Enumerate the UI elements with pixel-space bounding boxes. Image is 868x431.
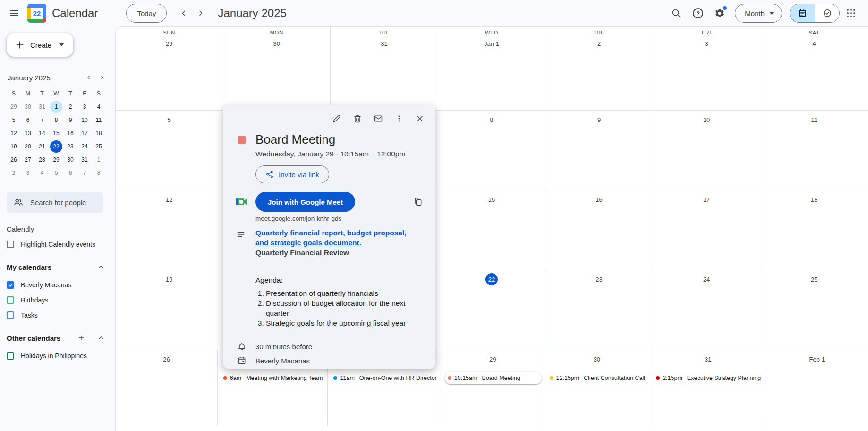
help-button[interactable]: ? bbox=[688, 3, 708, 24]
day-cell[interactable]: 18 bbox=[760, 190, 868, 270]
mini-calendar-day[interactable]: 24 bbox=[77, 140, 92, 153]
day-cell[interactable]: SAT4 bbox=[760, 27, 868, 110]
mini-calendar-day[interactable]: 30 bbox=[63, 153, 77, 166]
calendar-item-birthdays[interactable]: Birthdays bbox=[7, 296, 109, 304]
mini-calendar-day[interactable]: 6 bbox=[21, 113, 35, 127]
day-cell[interactable]: 12 bbox=[116, 190, 223, 270]
collapse-my-calendars-button[interactable] bbox=[94, 260, 108, 274]
calendar-item-holidays-philippines[interactable]: Holidays in Philippines bbox=[7, 352, 109, 360]
mini-calendar-day[interactable]: 4 bbox=[92, 100, 106, 113]
calendar-item-beverly-macanas[interactable]: Beverly Macanas bbox=[7, 281, 109, 289]
mini-calendar-day[interactable]: 16 bbox=[63, 127, 77, 140]
day-cell[interactable]: 15 bbox=[438, 190, 546, 270]
day-cell[interactable]: WEDJan 1 bbox=[438, 27, 546, 110]
delete-event-button[interactable] bbox=[349, 111, 366, 127]
mini-calendar-day[interactable]: 3 bbox=[77, 100, 92, 113]
mini-calendar-day[interactable]: 7 bbox=[77, 166, 92, 180]
mini-calendar-day[interactable]: 31 bbox=[35, 100, 49, 113]
previous-period-button[interactable] bbox=[175, 5, 192, 22]
mini-calendar-day[interactable]: 11 bbox=[92, 113, 106, 127]
join-google-meet-button[interactable]: Join with Google Meet bbox=[255, 192, 355, 212]
mini-calendar-day[interactable]: 12 bbox=[7, 127, 21, 140]
mini-calendar-day[interactable]: 25 bbox=[92, 140, 106, 153]
event-chip[interactable]: 11amOne-on-One with HR Director bbox=[331, 372, 439, 384]
mini-calendar-day[interactable]: 6 bbox=[63, 166, 77, 180]
mini-calendar-day[interactable]: 18 bbox=[92, 127, 106, 140]
day-cell[interactable]: 31 2:15pmExecutive Strategy Planning bbox=[650, 350, 766, 426]
mini-calendar-day[interactable]: 2 bbox=[63, 100, 77, 113]
mini-calendar-day[interactable]: 30 bbox=[21, 100, 35, 113]
day-cell[interactable]: 9 bbox=[545, 111, 653, 190]
settings-button[interactable] bbox=[709, 3, 730, 24]
day-cell[interactable]: THU2 bbox=[545, 27, 653, 110]
mini-calendar-day[interactable]: 14 bbox=[35, 127, 49, 140]
mini-calendar-day[interactable]: 27 bbox=[21, 153, 35, 166]
mini-calendar-day[interactable]: 13 bbox=[21, 127, 35, 140]
day-cell[interactable]: 30 12:15pmClient Consultation Call bbox=[544, 350, 651, 426]
search-for-people-button[interactable]: Search for people bbox=[7, 192, 103, 213]
invite-via-link-button[interactable]: Invite via link bbox=[255, 165, 329, 183]
mini-calendar-day[interactable]: 8 bbox=[92, 166, 106, 180]
more-options-button[interactable] bbox=[391, 111, 407, 127]
collapse-other-calendars-button[interactable] bbox=[94, 331, 108, 345]
mini-calendar-day[interactable]: 3 bbox=[21, 166, 35, 180]
mini-calendar-day[interactable]: 2 bbox=[7, 166, 21, 180]
view-selector-dropdown[interactable]: Month bbox=[735, 4, 782, 23]
day-cell[interactable]: 5 bbox=[116, 111, 223, 190]
mini-calendar-day[interactable]: 19 bbox=[7, 140, 21, 153]
day-cell-today[interactable]: 22 bbox=[438, 270, 546, 350]
day-cell[interactable]: 8 bbox=[438, 111, 546, 190]
mini-calendar-day[interactable]: 29 bbox=[49, 153, 63, 166]
day-cell[interactable]: SUN29 bbox=[116, 27, 223, 110]
mini-calendar-day[interactable]: 31 bbox=[77, 153, 92, 166]
mini-calendar-day[interactable]: 20 bbox=[21, 140, 35, 153]
mini-calendar-day[interactable]: 29 bbox=[7, 100, 21, 113]
email-guests-button[interactable] bbox=[370, 111, 386, 127]
day-cell[interactable]: 29 10:15amBoard Meeting bbox=[442, 350, 544, 426]
day-cell[interactable]: 11 bbox=[760, 111, 868, 190]
search-button[interactable] bbox=[666, 3, 687, 24]
create-button[interactable]: Create bbox=[7, 33, 73, 57]
day-cell[interactable]: 26 bbox=[116, 350, 218, 426]
day-cell[interactable]: Feb 1 bbox=[766, 350, 868, 426]
mini-calendar-day[interactable]: 23 bbox=[63, 140, 77, 153]
copy-meet-link-button[interactable] bbox=[410, 194, 426, 210]
event-chip-board-meeting-selected[interactable]: 10:15amBoard Meeting bbox=[445, 372, 542, 384]
day-cell[interactable]: TUE31 bbox=[331, 27, 438, 110]
main-menu-button[interactable] bbox=[4, 3, 25, 24]
mini-calendar-day[interactable]: 21 bbox=[35, 140, 49, 153]
calendar-item-tasks[interactable]: Tasks bbox=[7, 311, 109, 319]
mini-calendar-day[interactable]: 15 bbox=[49, 127, 63, 140]
mini-calendar-day[interactable]: 26 bbox=[7, 153, 21, 166]
event-chip[interactable]: 6amMeeting with Marketing Team bbox=[221, 372, 326, 384]
day-cell[interactable]: 17 bbox=[653, 190, 761, 270]
tasks-view-toggle[interactable] bbox=[815, 4, 839, 22]
mini-calendar-day[interactable]: 5 bbox=[49, 166, 63, 180]
next-period-button[interactable] bbox=[192, 5, 209, 22]
day-cell[interactable]: 25 bbox=[760, 270, 868, 350]
mini-calendar-day[interactable]: 17 bbox=[77, 127, 92, 140]
mini-calendar-day[interactable]: 9 bbox=[63, 113, 77, 127]
day-cell[interactable]: FRI3 bbox=[653, 27, 761, 110]
day-cell[interactable]: 23 bbox=[545, 270, 653, 350]
close-popup-button[interactable] bbox=[412, 111, 428, 127]
event-chip[interactable]: 2:15pmExecutive Strategy Planning bbox=[653, 372, 764, 384]
add-other-calendars-button[interactable] bbox=[75, 331, 88, 345]
google-apps-button[interactable] bbox=[841, 3, 861, 24]
day-cell[interactable]: MON30 bbox=[223, 27, 331, 110]
edit-event-button[interactable] bbox=[329, 111, 345, 127]
mini-calendar-day[interactable]: 1 bbox=[50, 101, 62, 113]
mini-calendar-day[interactable]: 4 bbox=[35, 166, 49, 180]
mini-calendar-prev-button[interactable] bbox=[82, 71, 95, 84]
day-cell[interactable]: 10 bbox=[653, 111, 761, 190]
mini-calendar-day[interactable]: 8 bbox=[49, 113, 63, 127]
event-chip[interactable]: 12:15pmClient Consultation Call bbox=[547, 372, 648, 384]
day-cell[interactable]: 19 bbox=[116, 270, 223, 350]
mini-calendar-day[interactable]: 7 bbox=[35, 113, 49, 127]
mini-calendar-day[interactable]: 5 bbox=[7, 113, 21, 127]
mini-calendar-day[interactable]: 28 bbox=[35, 153, 49, 166]
attachment-link[interactable]: Quarterly financial report, budget propo… bbox=[255, 229, 407, 247]
today-button[interactable]: Today bbox=[126, 4, 167, 23]
mini-calendar-day[interactable]: 1 bbox=[92, 153, 106, 166]
mini-calendar-next-button[interactable] bbox=[95, 71, 109, 84]
